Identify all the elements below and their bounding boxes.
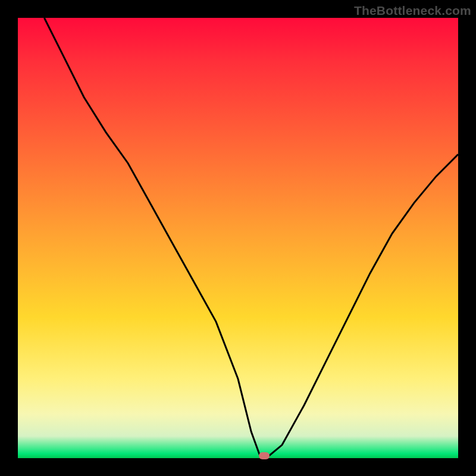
plot-area [18, 18, 458, 458]
curve-path [44, 18, 458, 456]
watermark-text: TheBottleneck.com [354, 4, 471, 18]
bottleneck-curve [18, 18, 458, 458]
optimum-marker [259, 452, 270, 459]
chart-frame: TheBottleneck.com [0, 0, 476, 476]
